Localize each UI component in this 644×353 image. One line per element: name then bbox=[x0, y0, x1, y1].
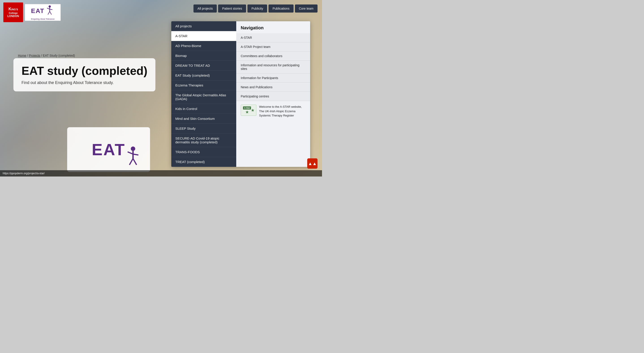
nav-item-astar[interactable]: A-STAR bbox=[236, 33, 310, 42]
project-item-trans-foods[interactable]: TRANS-FOODS bbox=[171, 147, 236, 157]
nav-panel-logo-area: A-Star ★ Welcome to the A-STAR website, … bbox=[236, 101, 310, 122]
project-item-eczema[interactable]: Eczema Therapies bbox=[171, 80, 236, 90]
nav-panel-title: Navigation bbox=[236, 21, 310, 33]
page-subtitle: Find out about the Enquiring About Toler… bbox=[22, 80, 147, 85]
projects-list: All projects A-STAR AD Pheno-Biome Bioma… bbox=[171, 21, 236, 167]
nav-tabs-bar: All projects Patient stories Publicity P… bbox=[194, 4, 318, 12]
breadcrumb-sep2: / bbox=[40, 54, 43, 57]
project-item-dream[interactable]: DREAM TO TREAT AD bbox=[171, 61, 236, 70]
nav-item-centres[interactable]: Participating centres bbox=[236, 92, 310, 101]
svg-line-5 bbox=[50, 12, 52, 14]
eat-large-figure-icon bbox=[123, 145, 141, 168]
project-item-kids[interactable]: Kids in Control bbox=[171, 104, 236, 114]
project-item-astar[interactable]: A-STAR bbox=[171, 31, 236, 41]
breadcrumb-current: EAT Study (completed) bbox=[43, 54, 75, 57]
svg-point-0 bbox=[48, 6, 51, 8]
scroll-top-icon: ▲▲ bbox=[308, 161, 317, 166]
nav-item-info-participants[interactable]: Information for Participants bbox=[236, 74, 310, 83]
astar-description: Welcome to the A-STAR website, The UK-Ir… bbox=[259, 104, 306, 118]
project-item-sleep[interactable]: SLEEP Study bbox=[171, 124, 236, 134]
tab-patient-stories[interactable]: Patient stories bbox=[218, 4, 246, 12]
dropdown-menu: All projects A-STAR AD Pheno-Biome Bioma… bbox=[171, 21, 310, 167]
nav-item-info-resources[interactable]: Information and resources for participat… bbox=[236, 61, 310, 74]
status-bar: https://ppopderm.org/project/a-star/ bbox=[0, 170, 322, 176]
eat-bottom-logo-card: EAT bbox=[67, 127, 150, 172]
kings-college-logo[interactable]: KING'S College LONDON bbox=[3, 2, 23, 22]
eat-logo-subtitle: Enquiring About Tolerance bbox=[31, 18, 55, 20]
status-url: https://ppopderm.org/project/a-star/ bbox=[3, 172, 44, 175]
svg-line-2 bbox=[47, 8, 50, 9]
project-item-biomap[interactable]: Biomap bbox=[171, 51, 236, 61]
eat-logo-text: EAT bbox=[31, 8, 44, 14]
breadcrumb-home[interactable]: Home bbox=[18, 54, 26, 57]
eat-logo[interactable]: EAT Enquiring About Tolerance bbox=[25, 4, 61, 21]
breadcrumb: Home / Projects / EAT Study (completed) bbox=[18, 54, 75, 57]
svg-line-3 bbox=[50, 9, 52, 10]
project-item-eat[interactable]: EAT Study (completed) bbox=[171, 70, 236, 80]
svg-point-6 bbox=[131, 146, 135, 151]
navigation-panel: Navigation A-STAR A-STAR Project team Co… bbox=[236, 21, 310, 167]
tab-all-projects[interactable]: All projects bbox=[194, 4, 217, 12]
nav-item-news[interactable]: News and Publications bbox=[236, 83, 310, 92]
astar-logo-small: A-Star ★ bbox=[241, 104, 256, 116]
project-item-mind-skin[interactable]: Mind and Skin Consortium bbox=[171, 114, 236, 124]
page-title: EAT study (completed) bbox=[22, 64, 147, 77]
title-card: EAT study (completed) Find out about the… bbox=[14, 58, 156, 92]
svg-line-10 bbox=[130, 158, 133, 165]
svg-line-9 bbox=[133, 154, 138, 155]
eat-big-logo-text: EAT bbox=[92, 140, 126, 159]
project-item-secure[interactable]: SECURE-AD Covid-19 atopic dermatitis stu… bbox=[171, 134, 236, 147]
scroll-to-top-button[interactable]: ▲▲ bbox=[307, 158, 318, 169]
tab-core-team[interactable]: Core team bbox=[295, 4, 318, 12]
tab-publications[interactable]: Publications bbox=[268, 4, 294, 12]
nav-item-committees[interactable]: Committees and collaborators bbox=[236, 52, 310, 61]
logo-area: KING'S College LONDON EAT bbox=[0, 0, 64, 24]
svg-line-8 bbox=[128, 152, 133, 154]
svg-line-4 bbox=[48, 12, 50, 14]
nav-item-astar-team[interactable]: A-STAR Project team bbox=[236, 42, 310, 52]
breadcrumb-sep1: / bbox=[26, 54, 29, 57]
svg-line-11 bbox=[133, 158, 136, 165]
project-item-gada[interactable]: The Global Atopic Dermatitis Atlas (GADA… bbox=[171, 90, 236, 104]
project-item-treat[interactable]: TREAT (completed) bbox=[171, 157, 236, 167]
project-item-all[interactable]: All projects bbox=[171, 21, 236, 31]
project-item-ad-pheno[interactable]: AD Pheno-Biome bbox=[171, 41, 236, 51]
breadcrumb-projects[interactable]: Projects bbox=[29, 54, 40, 57]
tab-publicity[interactable]: Publicity bbox=[248, 4, 267, 12]
eat-figure-icon bbox=[45, 5, 53, 16]
